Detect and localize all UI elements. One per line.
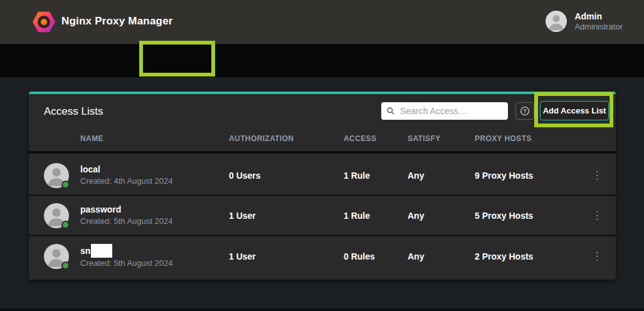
table-row[interactable]: sn Created: 5th August 2024 1 User 0 Rul… [29, 236, 616, 277]
authorization-cell: 0 Users [229, 171, 344, 181]
table-row[interactable]: password Created: 5th August 2024 1 User… [29, 196, 616, 236]
row-avatar [44, 203, 69, 228]
column-header-authorization: AUTHORIZATION [229, 134, 344, 143]
npm-logo-icon [33, 11, 55, 33]
logo-core [41, 19, 47, 25]
access-cell: 1 Rule [344, 211, 408, 221]
created-date: Created: 5th August 2024 [80, 216, 229, 227]
svg-text:?: ? [523, 108, 526, 114]
access-list-name: sn [80, 245, 90, 257]
table-row[interactable]: local Created: 4th August 2024 0 Users 1… [29, 156, 616, 196]
search-input[interactable] [400, 106, 503, 116]
app-title: Nginx Proxy Manager [61, 15, 173, 28]
proxy-hosts-cell: 2 Proxy Hosts [475, 251, 578, 261]
column-header-proxy-hosts: PROXY HOSTS [475, 134, 578, 143]
column-header-access: ACCESS [344, 134, 408, 143]
row-menu-icon[interactable]: ⋮ [578, 171, 616, 180]
app-header: Nginx Proxy Manager Admin Administrator [0, 0, 644, 44]
satisfy-cell: Any [408, 251, 475, 261]
access-cell: 0 Rules [344, 251, 408, 261]
user-name: Admin [574, 11, 623, 22]
bottom-edge [0, 308, 644, 311]
search-icon [386, 106, 395, 116]
row-menu-icon[interactable]: ⋮ [578, 211, 616, 220]
access-list-name: password [80, 204, 121, 216]
online-status-dot [61, 261, 70, 270]
authorization-cell: 1 User [229, 211, 344, 221]
redaction-box [91, 244, 112, 258]
column-header-name: NAME [80, 134, 229, 143]
person-icon [546, 11, 567, 32]
table-header: NAME AUTHORIZATION ACCESS SATISFY PROXY … [29, 126, 616, 154]
access-list-name: local [80, 164, 100, 176]
proxy-hosts-cell: 5 Proxy Hosts [475, 211, 578, 221]
satisfy-cell: Any [408, 211, 475, 221]
satisfy-cell: Any [408, 171, 475, 181]
proxy-hosts-cell: 9 Proxy Hosts [475, 171, 578, 181]
name-cell: sn Created: 5th August 2024 [80, 244, 229, 269]
user-menu[interactable]: Admin Administrator [546, 11, 623, 32]
created-date: Created: 4th August 2024 [80, 176, 229, 187]
online-status-dot [61, 221, 70, 229]
panel-title: Access Lists [44, 105, 103, 118]
user-role: Administrator [574, 22, 623, 32]
online-status-dot [61, 181, 70, 189]
name-cell: local Created: 4th August 2024 [80, 164, 229, 187]
avatar-cell [29, 203, 80, 228]
help-icon: ? [519, 105, 531, 117]
column-header-satisfy: SATISFY [408, 134, 475, 143]
row-avatar [44, 244, 69, 269]
help-button[interactable]: ? [515, 102, 534, 120]
access-lists-panel: Access Lists ? Add Access List NAME AUTH… [29, 92, 616, 280]
name-cell: password Created: 5th August 2024 [80, 204, 229, 227]
row-menu-icon[interactable]: ⋮ [578, 252, 616, 261]
avatar-cell [29, 163, 80, 188]
user-avatar[interactable] [546, 11, 567, 32]
screen: Nginx Proxy Manager Admin Administrator … [0, 0, 644, 311]
avatar-cell [29, 244, 80, 269]
user-meta: Admin Administrator [574, 11, 623, 32]
created-date: Created: 5th August 2024 [80, 258, 229, 269]
access-cell: 1 Rule [344, 171, 408, 181]
row-avatar [44, 163, 69, 188]
main-nav: Dashboard Hosts Access Lists SSL Certifi… [0, 44, 644, 77]
table-body: local Created: 4th August 2024 0 Users 1… [29, 156, 616, 277]
add-access-list-button[interactable]: Add Access List [540, 101, 609, 120]
search-box[interactable] [381, 102, 508, 120]
authorization-cell: 1 User [229, 251, 344, 261]
